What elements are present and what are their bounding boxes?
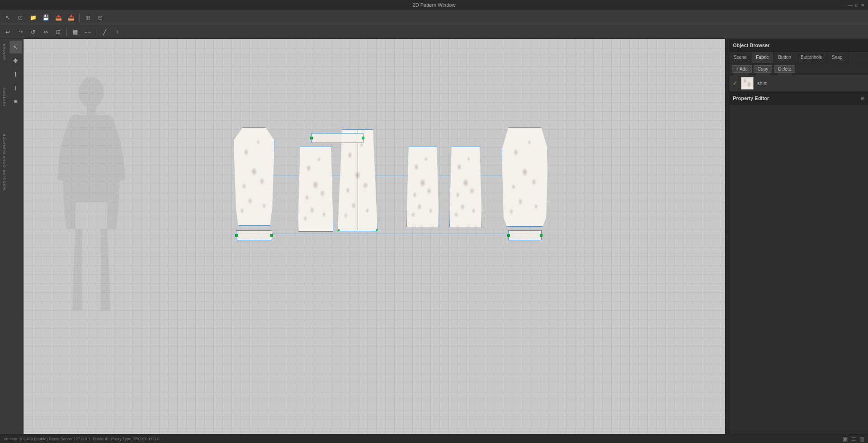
fabric-texture-4 <box>407 147 439 227</box>
layout2-icon[interactable]: ⊡ <box>851 436 856 442</box>
right-panel: Object Browser Scene Fabric Button Butto… <box>729 39 868 434</box>
mannequin-silhouette <box>51 75 132 338</box>
pattern-piece-side-front[interactable] <box>298 147 333 232</box>
fabric-texture-1 <box>234 128 274 225</box>
object-browser-title: Object Browser <box>733 43 769 48</box>
property-editor-title: Property Editor <box>733 95 769 101</box>
handle-mid-left[interactable] <box>337 179 340 182</box>
pattern-piece-back-right[interactable] <box>449 147 482 227</box>
separator-1 <box>79 13 80 22</box>
arrange-button[interactable]: ▦ <box>69 26 81 38</box>
band-top-collar[interactable] <box>311 133 363 143</box>
select-arrow-button[interactable]: ↖ <box>2 12 14 24</box>
handle-top-left[interactable] <box>337 129 340 131</box>
tab-snap[interactable]: Snap <box>827 52 847 63</box>
grid2-button[interactable]: ⊟ <box>94 12 106 24</box>
tab-buttonhole[interactable]: Buttonhole <box>796 52 827 63</box>
open-button[interactable]: 📁 <box>27 12 39 24</box>
line-tool-button[interactable]: ╱ <box>99 26 110 38</box>
band-bottom-left[interactable] <box>236 230 272 240</box>
fabric-texture-6 <box>502 128 547 226</box>
band-left-handle-left[interactable] <box>235 234 238 237</box>
tab-button[interactable]: Button <box>774 52 796 63</box>
svg-rect-1 <box>87 106 96 115</box>
left-labels: AVATAR HISTORY MODULAR CONFIGURATOR <box>0 39 8 434</box>
separator-2 <box>66 28 67 37</box>
fabric-texture-5 <box>450 147 481 227</box>
band-bottom-right[interactable] <box>508 230 542 240</box>
handle-bottom-right[interactable] <box>376 229 378 232</box>
transform-button[interactable]: ⊡ <box>14 12 26 24</box>
band-right-handle-left[interactable] <box>507 234 510 237</box>
copy-fabric-button[interactable]: Copy <box>754 65 772 73</box>
horizontal-guide-line-2 <box>234 233 541 234</box>
main-area: AVATAR HISTORY MODULAR CONFIGURATOR ↖ ✥ … <box>0 39 868 434</box>
left-tools: ↖ ✥ ℹ ⊺ ≡ <box>8 39 24 434</box>
pattern-piece-center-front[interactable] <box>338 129 377 231</box>
status-bar: Version: 9.1.469 (stable) Proxy Server:1… <box>0 434 868 443</box>
band-left-handle-right[interactable] <box>270 234 273 237</box>
modular-label: MODULAR CONFIGURATOR <box>2 133 6 190</box>
move-tool-button[interactable]: ✥ <box>9 54 22 67</box>
horizontal-guide-line <box>234 176 541 176</box>
dash-tool-button[interactable]: ⌇ <box>111 26 123 38</box>
fabric-name-shirt: shirt <box>757 81 767 86</box>
minimize-icon[interactable]: — <box>848 3 853 8</box>
stitch-button[interactable]: ∼∼ <box>82 26 94 38</box>
history-label: HISTORY <box>2 87 6 106</box>
pattern-piece-back-left[interactable] <box>406 147 439 227</box>
toolbar-top: ↖ ⊡ 📁 💾 📤 📥 ⊞ ⊟ <box>0 10 868 25</box>
delete-fabric-button[interactable]: Delete <box>774 65 795 73</box>
property-editor-expand-icon[interactable]: ⊞ <box>861 96 864 101</box>
separator-3 <box>96 28 96 37</box>
handle-bottom-left[interactable] <box>337 229 340 232</box>
fabric-item-shirt[interactable]: ✓ shirt <box>729 75 868 91</box>
tab-scene[interactable]: Scene <box>729 52 751 63</box>
arrow-tool-button[interactable]: ↖ <box>9 41 22 53</box>
handle-top-right[interactable] <box>376 129 378 131</box>
restore-icon[interactable]: □ <box>855 3 858 8</box>
redo-button[interactable]: ↪ <box>14 26 26 38</box>
info-tool-button[interactable]: ℹ <box>9 68 22 81</box>
avatar-label: AVATAR <box>2 43 6 60</box>
object-browser: Object Browser Scene Fabric Button Butto… <box>729 39 868 92</box>
pattern-canvas[interactable] <box>24 39 725 434</box>
band-right-handle-right[interactable] <box>540 234 542 237</box>
tab-fabric[interactable]: Fabric <box>751 52 774 63</box>
toolbar-second: ↩ ↪ ↺ ⇔ ⊡ ▦ ∼∼ ╱ ⌇ <box>0 25 868 39</box>
undo-button[interactable]: ↩ <box>2 26 14 38</box>
fabric-swatch-shirt <box>741 77 754 90</box>
handle-mid-right[interactable] <box>376 179 378 182</box>
measure-tool-button[interactable]: ⊺ <box>9 81 22 94</box>
window-title: 2D Pattern Window <box>413 2 456 8</box>
close-icon[interactable]: ✕ <box>861 3 864 8</box>
add-fabric-button[interactable]: + Add <box>732 65 752 73</box>
title-bar-controls: — □ ✕ <box>848 3 864 8</box>
panel-splitter[interactable]: ⋮ <box>725 39 729 434</box>
property-editor: Property Editor ⊞ <box>729 92 868 434</box>
status-right: ▣ ⊡ ▥ <box>843 436 864 442</box>
pattern-piece-sleeve[interactable] <box>502 127 548 227</box>
seam-line <box>358 130 358 231</box>
save-button[interactable]: 💾 <box>40 12 52 24</box>
object-browser-tabs: Scene Fabric Button Buttonhole Snap <box>729 52 868 63</box>
stack-tool-button[interactable]: ≡ <box>9 95 22 108</box>
export-button[interactable]: 📤 <box>52 12 64 24</box>
property-editor-header: Property Editor ⊞ <box>729 92 868 105</box>
layout1-icon[interactable]: ▣ <box>843 436 848 442</box>
rotate-button[interactable]: ↺ <box>27 26 39 38</box>
grid1-button[interactable]: ⊞ <box>82 12 94 24</box>
mirror-button[interactable]: ⇔ <box>40 26 52 38</box>
band-handle-right[interactable] <box>362 137 364 139</box>
title-bar: 2D Pattern Window — □ ✕ <box>0 0 868 10</box>
band-handle-left[interactable] <box>310 137 313 139</box>
import-button[interactable]: 📥 <box>65 12 77 24</box>
object-browser-actions: + Add Copy Delete <box>729 63 868 75</box>
pattern-piece-front-left[interactable] <box>234 127 274 226</box>
zoom-fit-button[interactable]: ⊡ <box>52 26 64 38</box>
status-text: Version: 9.1.469 (stable) Proxy Server:1… <box>4 437 160 441</box>
fabric-texture-2 <box>298 147 333 231</box>
object-browser-header: Object Browser <box>729 39 868 52</box>
fabric-check-icon: ✓ <box>733 80 737 86</box>
layout3-icon[interactable]: ▥ <box>859 436 864 442</box>
